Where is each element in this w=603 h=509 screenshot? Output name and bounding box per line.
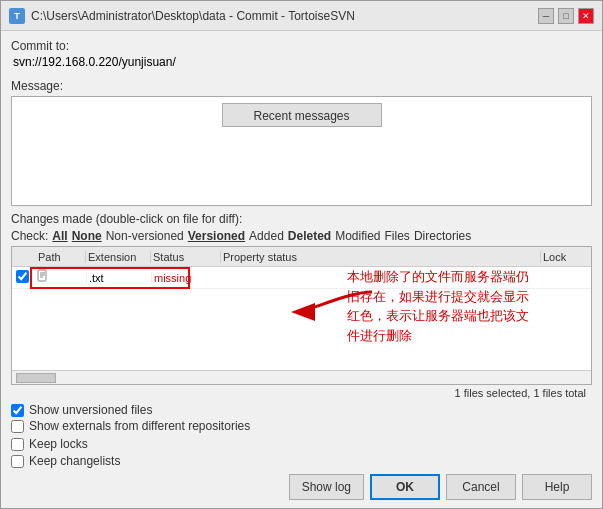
file-icon xyxy=(36,269,52,286)
row-extension: .txt xyxy=(86,272,151,284)
commit-to-label: Commit to: xyxy=(11,39,592,53)
show-unversioned-label: Show unversioned files xyxy=(29,403,152,417)
show-unversioned-checkbox[interactable] xyxy=(11,404,24,417)
message-input[interactable] xyxy=(12,131,591,205)
modified-filter[interactable]: Modified xyxy=(335,229,380,243)
status-row: 1 files selected, 1 files total xyxy=(11,385,592,401)
window-controls: ─ □ ✕ xyxy=(538,8,594,24)
col-propstatus-header: Property status xyxy=(221,251,541,263)
files-filter[interactable]: Files xyxy=(385,229,410,243)
check-none[interactable]: None xyxy=(72,229,102,243)
keep-changelists-row: Keep changelists xyxy=(11,454,592,468)
options-section: Keep locks Keep changelists xyxy=(11,437,592,468)
window-title: C:\Users\Administrator\Desktop\data - Co… xyxy=(31,9,538,23)
added-filter[interactable]: Added xyxy=(249,229,284,243)
message-label: Message: xyxy=(11,79,592,93)
keep-changelists-checkbox[interactable] xyxy=(11,455,24,468)
minimize-button[interactable]: ─ xyxy=(538,8,554,24)
ok-button[interactable]: OK xyxy=(370,474,440,500)
table-row[interactable]: .txt missing xyxy=(12,267,591,289)
directories-filter[interactable]: Directories xyxy=(414,229,471,243)
title-bar: T C:\Users\Administrator\Desktop\data - … xyxy=(1,1,602,31)
keep-locks-checkbox[interactable] xyxy=(11,438,24,451)
changes-section: Changes made (double-click on file for d… xyxy=(11,212,592,433)
keep-changelists-label: Keep changelists xyxy=(29,454,120,468)
check-all[interactable]: All xyxy=(52,229,67,243)
deleted-filter[interactable]: Deleted xyxy=(288,229,331,243)
file-count-status: 1 files selected, 1 files total xyxy=(455,387,586,399)
main-window: T C:\Users\Administrator\Desktop\data - … xyxy=(0,0,603,509)
app-icon: T xyxy=(9,8,25,24)
recent-messages-button[interactable]: Recent messages xyxy=(222,103,382,127)
file-table-container: Path Extension Status Property status Lo… xyxy=(11,246,592,385)
close-button[interactable]: ✕ xyxy=(578,8,594,24)
col-status-header: Status xyxy=(151,251,221,263)
row-checkbox[interactable] xyxy=(12,270,36,286)
show-unversioned-row: Show unversioned files xyxy=(11,403,592,417)
show-externals-checkbox[interactable] xyxy=(11,420,24,433)
message-section: Message: Recent messages xyxy=(11,79,592,206)
keep-locks-label: Keep locks xyxy=(29,437,88,451)
commit-url: svn://192.168.0.220/yunjisuan/ xyxy=(11,55,592,69)
versioned-filter[interactable]: Versioned xyxy=(188,229,245,243)
col-extension-header: Extension xyxy=(86,251,151,263)
show-log-button[interactable]: Show log xyxy=(289,474,364,500)
red-arrow-icon xyxy=(287,282,377,342)
scrollbar-thumb[interactable] xyxy=(16,373,56,383)
message-box: Recent messages xyxy=(11,96,592,206)
file-checkbox[interactable] xyxy=(16,270,29,283)
commit-to-section: Commit to: svn://192.168.0.220/yunjisuan… xyxy=(11,39,592,75)
check-label: Check: xyxy=(11,229,48,243)
maximize-button[interactable]: □ xyxy=(558,8,574,24)
show-externals-label: Show externals from different repositori… xyxy=(29,419,250,433)
show-externals-row: Show externals from different repositori… xyxy=(11,419,592,433)
help-button[interactable]: Help xyxy=(522,474,592,500)
check-row: Check: All None Non-versioned Versioned … xyxy=(11,229,592,243)
cancel-button[interactable]: Cancel xyxy=(446,474,516,500)
row-status: missing xyxy=(151,272,221,284)
col-path-header: Path xyxy=(36,251,86,263)
horizontal-scrollbar[interactable] xyxy=(12,370,591,384)
keep-locks-row: Keep locks xyxy=(11,437,592,451)
non-versioned-filter[interactable]: Non-versioned xyxy=(106,229,184,243)
content-area: Commit to: svn://192.168.0.220/yunjisuan… xyxy=(1,31,602,508)
col-lock-header: Lock xyxy=(541,251,591,263)
file-table-body: .txt missing xyxy=(12,267,591,370)
changes-header: Changes made (double-click on file for d… xyxy=(11,212,592,226)
table-header: Path Extension Status Property status Lo… xyxy=(12,247,591,267)
button-row: Show log OK Cancel Help xyxy=(11,474,592,500)
